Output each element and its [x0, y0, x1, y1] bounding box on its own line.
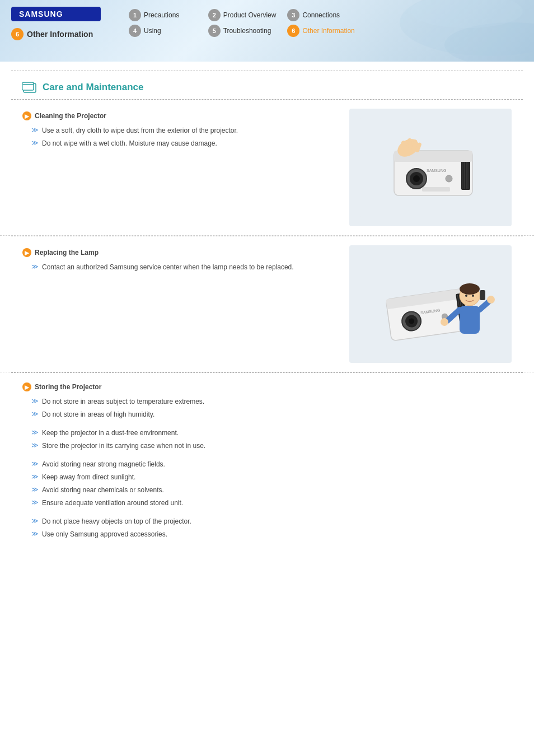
- svg-point-39: [465, 295, 467, 297]
- section-image-1: SAMSUNG: [349, 109, 512, 226]
- sub-bullet-text-3-e2-2: Keep away from direct sunlight.: [42, 472, 135, 482]
- section-text-2: ▶ Replacing the Lamp ≫ Contact an author…: [22, 245, 338, 275]
- nav-circle-1: 1: [129, 9, 141, 21]
- projector-illustration-1: SAMSUNG: [360, 117, 500, 218]
- orange-bullet-icon-2: ▶: [22, 248, 31, 257]
- svg-rect-47: [480, 290, 485, 300]
- sub-bullet-text-3-e1-2: Store the projector in its carrying case…: [42, 441, 205, 451]
- main-bullet-text-2: Replacing the Lamp: [35, 248, 99, 258]
- nav-label-precautions: Precautions: [144, 11, 179, 19]
- header-nav: 1 Precautions 2 Product Overview 3 Conne…: [129, 7, 355, 37]
- sub-bullet-text-3-e1-1: Keep the projector in a dust-free enviro…: [42, 428, 179, 438]
- main-bullet-text-3: Storing the Projector: [35, 382, 101, 392]
- sub-bullet-3-extra-3-1: ≫ Do not place heavy objects on top of t…: [22, 516, 512, 526]
- nav-item-connections[interactable]: 3 Connections: [287, 9, 355, 21]
- nav-item-using[interactable]: 4 Using: [129, 25, 197, 37]
- sub-bullet-text-3-1: Do not store in areas subject to tempera…: [42, 396, 204, 407]
- current-section-number: 6: [11, 28, 24, 40]
- nav-label-product-overview: Product Overview: [223, 11, 277, 19]
- nav-item-product-overview[interactable]: 2 Product Overview: [208, 9, 277, 21]
- arrow-icon-1-2: ≫: [31, 139, 39, 147]
- svg-rect-41: [460, 306, 480, 334]
- sub-bullet-text-3-e2-1: Avoid storing near strong magnetic field…: [42, 459, 165, 469]
- section-text-1: ▶ Cleaning the Projector ≫ Use a soft, d…: [22, 109, 338, 151]
- header-decoration: [366, 0, 534, 62]
- nav-circle-5: 5: [208, 25, 221, 37]
- sub-bullet-3-extra-2-4: ≫ Ensure adequate ventilation around sto…: [22, 498, 512, 508]
- current-section: 6 Other Information: [11, 28, 101, 40]
- page-title: Care and Maintenance: [43, 82, 143, 93]
- section-icon: [22, 81, 38, 94]
- nav-circle-2: 2: [208, 9, 221, 21]
- sub-bullet-text-3-e3-2: Use only Samsung approved accessories.: [42, 529, 167, 539]
- svg-point-38: [460, 283, 480, 295]
- main-bullet-2: ▶ Replacing the Lamp: [22, 248, 338, 258]
- sub-bullet-3-1: ≫ Do not store in areas subject to tempe…: [22, 396, 512, 407]
- arrow-icon-3-1: ≫: [31, 397, 39, 405]
- arrow-icon-3-e1-2: ≫: [31, 441, 39, 449]
- svg-point-15: [413, 175, 420, 182]
- section-title-bar: Care and Maintenance: [0, 71, 534, 99]
- current-section-label: Other Information: [27, 30, 93, 39]
- sub-bullet-3-extra-2-3: ≫ Avoid storing near chemicals or solven…: [22, 485, 512, 495]
- main-bullet-1: ▶ Cleaning the Projector: [22, 111, 338, 121]
- svg-point-45: [487, 296, 495, 304]
- sub-bullet-3-extra-3-2: ≫ Use only Samsung approved accessories.: [22, 529, 512, 539]
- arrow-icon-3-e2-4: ≫: [31, 498, 39, 506]
- arrow-icon-3-e2-2: ≫: [31, 473, 39, 480]
- sub-bullet-1-1: ≫ Use a soft, dry cloth to wipe dust fro…: [22, 125, 338, 136]
- sub-bullet-2-1: ≫ Contact an authorized Samsung service …: [22, 262, 338, 272]
- header-left: SAMSUNG 6 Other Information: [11, 7, 101, 40]
- content-section-2: ▶ Replacing the Lamp ≫ Contact an author…: [0, 236, 534, 372]
- sub-bullet-text-3-e3-1: Do not place heavy objects on top of the…: [42, 516, 191, 526]
- sub-bullet-3-2: ≫ Do not store in areas of high humidity…: [22, 409, 512, 419]
- sub-bullet-text-3-2: Do not store in areas of high humidity.: [42, 409, 154, 419]
- section-row-2: ▶ Replacing the Lamp ≫ Contact an author…: [22, 245, 512, 363]
- nav-label-connections: Connections: [302, 11, 340, 19]
- svg-rect-4: [22, 82, 34, 90]
- sub-bullet-text-3-e2-4: Ensure adequate ventilation around store…: [42, 498, 183, 508]
- main-bullet-text-1: Cleaning the Projector: [35, 111, 106, 121]
- orange-bullet-icon-3: ▶: [22, 382, 31, 391]
- nav-item-other-info[interactable]: 6 Other Information: [287, 25, 355, 37]
- svg-point-18: [446, 175, 452, 182]
- svg-point-44: [441, 318, 448, 326]
- nav-label-using: Using: [144, 27, 161, 35]
- section-row-1: ▶ Cleaning the Projector ≫ Use a soft, d…: [22, 109, 512, 226]
- arrow-icon-3-e2-3: ≫: [31, 486, 39, 493]
- nav-circle-3: 3: [287, 9, 299, 21]
- samsung-logo: SAMSUNG: [11, 7, 101, 21]
- nav-label-other-info: Other Information: [302, 27, 354, 35]
- content-section-3: ▶ Storing the Projector ≫ Do not store i…: [0, 373, 534, 556]
- sub-bullet-text-1-1: Use a soft, dry cloth to wipe dust from …: [42, 125, 238, 136]
- svg-text:SAMSUNG: SAMSUNG: [427, 169, 446, 172]
- arrow-icon-3-2: ≫: [31, 410, 39, 418]
- svg-rect-17: [422, 187, 450, 192]
- sub-bullet-3-extra-1-1: ≫ Keep the projector in a dust-free envi…: [22, 428, 512, 438]
- arrow-icon-1-1: ≫: [31, 126, 39, 134]
- nav-circle-4: 4: [129, 25, 141, 37]
- svg-point-40: [472, 295, 474, 297]
- main-bullet-3: ▶ Storing the Projector: [22, 382, 512, 392]
- sub-bullet-3-extra-2-2: ≫ Keep away from direct sunlight.: [22, 472, 512, 482]
- arrow-icon-3-e1-1: ≫: [31, 428, 39, 436]
- sub-bullet-text-1-2: Do not wipe with a wet cloth. Moisture m…: [42, 138, 217, 148]
- sub-bullet-3-extra-2-1: ≫ Avoid storing near strong magnetic fie…: [22, 459, 512, 469]
- orange-bullet-icon-1: ▶: [22, 111, 31, 120]
- content-section-1: ▶ Cleaning the Projector ≫ Use a soft, d…: [0, 100, 534, 236]
- nav-label-troubleshooting: Troubleshooting: [223, 27, 271, 35]
- header: SAMSUNG 6 Other Information 1 Precaution…: [0, 0, 534, 62]
- arrow-icon-3-e2-1: ≫: [31, 460, 39, 468]
- care-icon: [22, 81, 38, 94]
- sub-bullet-3-extra-1-2: ≫ Store the projector in its carrying ca…: [22, 441, 512, 451]
- sub-bullet-text-2-1: Contact an authorized Samsung service ce…: [42, 262, 294, 272]
- arrow-icon-3-e3-2: ≫: [31, 530, 39, 538]
- nav-circle-6: 6: [287, 25, 299, 37]
- arrow-icon-2-1: ≫: [31, 263, 39, 270]
- nav-item-precautions[interactable]: 1 Precautions: [129, 9, 197, 21]
- section-image-2: SAMSUNG: [349, 245, 512, 363]
- sub-bullet-text-3-e2-3: Avoid storing near chemicals or solvents…: [42, 485, 164, 495]
- arrow-icon-3-e3-1: ≫: [31, 517, 39, 525]
- projector-illustration-2: SAMSUNG: [360, 254, 500, 354]
- nav-item-troubleshooting[interactable]: 5 Troubleshooting: [208, 25, 277, 37]
